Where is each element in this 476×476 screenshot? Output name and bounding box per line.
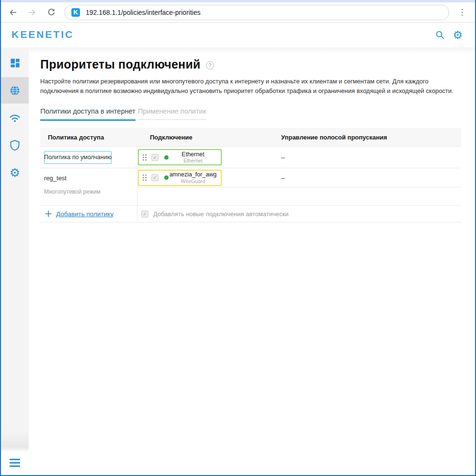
tab-internet-access-policies[interactable]: Политики доступа в интернет bbox=[40, 107, 136, 121]
sidebar-item-wifi[interactable] bbox=[1, 105, 29, 131]
gear-icon: ⚙ bbox=[10, 167, 20, 179]
browser-toolbar: K 192.168.1.1/policies/interface-priorit… bbox=[1, 2, 475, 23]
column-header-connection: Подключение bbox=[137, 134, 279, 141]
search-icon[interactable] bbox=[435, 30, 445, 40]
connection-title: Ethernet bbox=[169, 151, 217, 158]
wifi-icon bbox=[9, 113, 21, 123]
connection-enabled-checkbox[interactable]: ✓ bbox=[151, 154, 159, 161]
sidebar: ⚙ bbox=[1, 47, 29, 475]
bandwidth-value: – bbox=[279, 174, 461, 182]
plus-icon bbox=[45, 210, 52, 217]
dashboard-icon bbox=[10, 58, 21, 69]
policy-mode-label: Многопутевой режим bbox=[44, 188, 133, 195]
kebab-menu-icon: ⋮ bbox=[458, 8, 466, 16]
reload-icon bbox=[47, 8, 56, 16]
connection-subtitle: WireGuard bbox=[169, 178, 217, 184]
sidebar-menu: ⚙ bbox=[1, 47, 29, 451]
sidebar-item-security[interactable] bbox=[1, 132, 29, 158]
tab-policy-assignment[interactable]: Применение политик bbox=[137, 107, 206, 120]
browser-menu-button[interactable]: ⋮ bbox=[456, 6, 468, 19]
url-text: 192.168.1.1/policies/interface-prioritie… bbox=[86, 9, 201, 16]
help-icon[interactable]: ? bbox=[206, 61, 214, 70]
drag-handle-icon[interactable] bbox=[142, 154, 147, 161]
connection-title: amnezia_for_awg bbox=[169, 171, 217, 178]
auto-add-row: ✓ Добавлять новые подключения автоматиче… bbox=[137, 206, 461, 222]
page-title: Приоритеты подключений bbox=[40, 58, 201, 71]
auto-add-checkbox[interactable]: ✓ bbox=[141, 210, 148, 218]
connection-card-ethernet[interactable]: ✓ Ethernet Ethernet bbox=[138, 149, 222, 165]
address-bar[interactable]: K 192.168.1.1/policies/interface-priorit… bbox=[64, 5, 449, 20]
add-policy-button[interactable]: Добавить политику bbox=[40, 206, 137, 222]
connections-column: ✓ Ethernet Ethernet – bbox=[137, 147, 461, 222]
settings-gear-icon[interactable]: ⚙ bbox=[453, 30, 463, 41]
empty-connection-row bbox=[137, 187, 461, 206]
connection-enabled-checkbox[interactable]: ✓ bbox=[151, 174, 159, 181]
policy-name: reg_test bbox=[44, 174, 133, 182]
table-row: Политика по умолчанию bbox=[40, 147, 137, 168]
reload-button[interactable] bbox=[45, 6, 57, 19]
connection-subtitle: Ethernet bbox=[169, 158, 217, 163]
main-content: Приоритеты подключений ? Настройте полит… bbox=[29, 47, 475, 475]
table-row[interactable]: reg_test Многопутевой режим bbox=[40, 168, 137, 206]
connection-row: ✓ amnezia_for_awg WireGuard – bbox=[137, 168, 461, 187]
add-policy-label: Добавить политику bbox=[56, 210, 113, 218]
status-dot-connected bbox=[164, 175, 169, 180]
back-icon bbox=[9, 8, 17, 17]
column-header-bandwidth: Управление полосой пропускания bbox=[279, 134, 461, 141]
page-description: Настройте политики резервирования или мн… bbox=[40, 77, 464, 95]
app-header: KEENETIC ⚙ bbox=[1, 23, 475, 47]
table-header: Политика доступа Подключение Управление … bbox=[40, 128, 461, 147]
drag-handle-icon[interactable] bbox=[142, 174, 147, 181]
bandwidth-value: – bbox=[279, 153, 461, 161]
default-policy-name-box[interactable]: Политика по умолчанию bbox=[44, 151, 112, 164]
sidebar-footer bbox=[1, 451, 29, 475]
policies-table: Политика доступа Подключение Управление … bbox=[40, 128, 461, 222]
hamburger-menu-icon[interactable] bbox=[10, 459, 20, 467]
tabs: Политики доступа в интернет Применение п… bbox=[40, 107, 475, 121]
status-dot-connected bbox=[164, 155, 169, 160]
forward-icon bbox=[28, 8, 36, 17]
sidebar-item-management[interactable]: ⚙ bbox=[1, 160, 29, 186]
keenetic-logo: KEENETIC bbox=[11, 30, 74, 40]
shield-icon bbox=[10, 139, 20, 151]
policy-column: Политика по умолчанию reg_test Многопуте… bbox=[40, 147, 137, 222]
keenetic-favicon-icon: K bbox=[71, 8, 80, 17]
connection-card-amnezia[interactable]: ✓ amnezia_for_awg WireGuard bbox=[138, 170, 222, 186]
back-button[interactable] bbox=[7, 6, 19, 19]
column-header-policy: Политика доступа bbox=[40, 134, 137, 141]
sidebar-item-internet[interactable] bbox=[1, 77, 29, 104]
connection-row: ✓ Ethernet Ethernet – bbox=[137, 147, 461, 168]
auto-add-label: Добавлять новые подключения автоматическ… bbox=[153, 210, 289, 218]
sidebar-item-dashboard[interactable] bbox=[1, 50, 29, 76]
internet-globe-icon bbox=[9, 85, 21, 96]
forward-button[interactable] bbox=[26, 6, 38, 19]
